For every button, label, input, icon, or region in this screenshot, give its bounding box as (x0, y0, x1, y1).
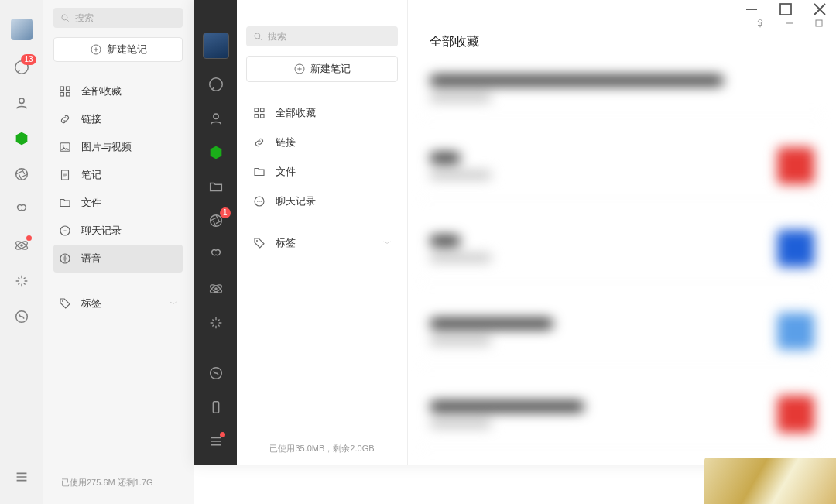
grid-icon (58, 84, 72, 98)
new-note-label: 新建笔记 (107, 43, 147, 57)
foreground-window: 1 搜索 新建笔记 全部收藏 链接 文件 聊天记录 标签 ﹀ (194, 0, 836, 465)
notif-dot (26, 235, 32, 241)
miniprogram-icon[interactable] (207, 365, 224, 382)
list-item[interactable] (420, 216, 824, 282)
background-window: 13 搜索 新建笔记 全部收藏 链接 图片与视频 笔记 文件 聊天记录 语音 (0, 0, 194, 504)
image-icon (58, 140, 72, 154)
list-item[interactable] (420, 382, 824, 447)
folder-icon (252, 165, 266, 179)
cat-link[interactable]: 链接 (53, 105, 183, 133)
cat-audio[interactable]: 语音 (53, 245, 183, 273)
cat-label: 全部收藏 (81, 84, 122, 98)
explore-icon[interactable] (13, 237, 30, 254)
menu-icon[interactable] (13, 468, 30, 485)
corner-image (704, 458, 836, 504)
plus-icon (90, 43, 102, 56)
chat-badge: 13 (21, 54, 36, 65)
cat-note[interactable]: 笔记 (53, 161, 183, 189)
cat-media[interactable]: 图片与视频 (53, 133, 183, 161)
tags-toggle[interactable]: 标签 ﹀ (246, 229, 398, 257)
contacts-icon[interactable] (13, 94, 30, 111)
channels-icon[interactable] (13, 201, 30, 218)
favorites-icon[interactable] (207, 144, 224, 161)
list-item[interactable] (420, 133, 824, 199)
note-icon (58, 168, 72, 182)
cat-file[interactable]: 文件 (53, 189, 183, 217)
moments-icon[interactable]: 1 (207, 212, 224, 229)
contacts-icon[interactable] (207, 110, 224, 127)
chat-icon[interactable] (207, 76, 224, 93)
pin-icon[interactable] (754, 17, 766, 29)
tags-label: 标签 (81, 297, 101, 310)
cat-label: 语音 (81, 252, 101, 266)
moments-icon[interactable] (13, 166, 30, 183)
chatlog-icon (252, 194, 266, 208)
cat-label: 笔记 (81, 168, 101, 182)
menu-icon[interactable] (207, 433, 224, 450)
fg-panel: 搜索 新建笔记 全部收藏 链接 文件 聊天记录 标签 ﹀ 已使用35.0MB，剩… (237, 0, 407, 465)
grid-icon (252, 106, 266, 120)
chevron-down-icon: ﹀ (170, 298, 178, 310)
search-input[interactable]: 搜索 (53, 8, 183, 28)
search-placeholder: 搜索 (75, 12, 94, 25)
link-icon (252, 135, 266, 149)
search-icon (252, 31, 263, 42)
bg-rail: 13 (0, 0, 43, 504)
plus-icon (293, 63, 306, 75)
new-note-button[interactable]: 新建笔记 (246, 56, 398, 82)
spark-icon[interactable] (207, 314, 224, 331)
channels-icon[interactable] (207, 246, 224, 263)
notif-dot (220, 432, 225, 437)
explore-icon[interactable] (207, 280, 224, 297)
bg-panel: 搜索 新建笔记 全部收藏 链接 图片与视频 笔记 文件 聊天记录 语音 标签 ﹀… (43, 0, 194, 504)
main-area: 全部收藏 (407, 0, 836, 465)
moments-badge: 1 (220, 207, 231, 218)
minimize-icon[interactable] (783, 17, 796, 29)
link-icon (58, 112, 72, 126)
tags-label: 标签 (276, 236, 296, 250)
list-item[interactable] (420, 299, 824, 365)
search-input[interactable]: 搜索 (246, 26, 398, 46)
chevron-down-icon: ﹀ (383, 238, 392, 249)
new-note-label: 新建笔记 (310, 62, 351, 76)
cat-label: 聊天记录 (276, 194, 316, 208)
fg-rail: 1 (194, 0, 237, 465)
tag-icon (58, 297, 72, 310)
audio-icon (58, 252, 72, 266)
cat-file[interactable]: 文件 (246, 158, 398, 186)
tags-toggle[interactable]: 标签 ﹀ (53, 290, 183, 317)
storage-text: 已使用275.6M 还剩1.7G (53, 474, 183, 496)
cat-label: 链接 (276, 135, 296, 149)
cat-label: 文件 (276, 165, 296, 179)
spark-icon[interactable] (13, 273, 30, 290)
cat-chatlog[interactable]: 聊天记录 (53, 217, 183, 245)
storage-text: 已使用35.0MB，剩余2.0GB (246, 443, 398, 459)
secondary-controls (754, 17, 825, 29)
chatlog-icon (58, 224, 72, 238)
fg-category-list: 全部收藏 链接 文件 聊天记录 (246, 99, 398, 215)
folder-icon (58, 196, 72, 210)
search-icon (60, 12, 70, 23)
avatar[interactable] (203, 33, 229, 59)
tag-icon (252, 236, 266, 250)
folder-icon[interactable] (207, 178, 224, 195)
favorites-icon[interactable] (13, 130, 30, 147)
bg-category-list: 全部收藏 链接 图片与视频 笔记 文件 聊天记录 语音 (53, 77, 183, 273)
chat-icon[interactable]: 13 (13, 59, 30, 76)
cat-label: 图片与视频 (81, 140, 132, 154)
avatar[interactable] (11, 19, 33, 40)
favorites-list[interactable] (408, 61, 836, 465)
list-item[interactable] (420, 61, 824, 116)
cat-label: 链接 (81, 112, 101, 126)
phone-icon[interactable] (207, 399, 224, 416)
maximize-icon[interactable] (813, 17, 825, 29)
new-note-button[interactable]: 新建笔记 (53, 37, 183, 62)
cat-all[interactable]: 全部收藏 (53, 77, 183, 105)
miniprogram-icon[interactable] (13, 308, 30, 325)
cat-label: 文件 (81, 196, 101, 210)
search-placeholder: 搜索 (268, 30, 286, 43)
cat-chatlog[interactable]: 聊天记录 (246, 187, 398, 215)
cat-link[interactable]: 链接 (246, 129, 398, 156)
cat-all[interactable]: 全部收藏 (246, 99, 398, 127)
cat-label: 全部收藏 (276, 106, 316, 120)
